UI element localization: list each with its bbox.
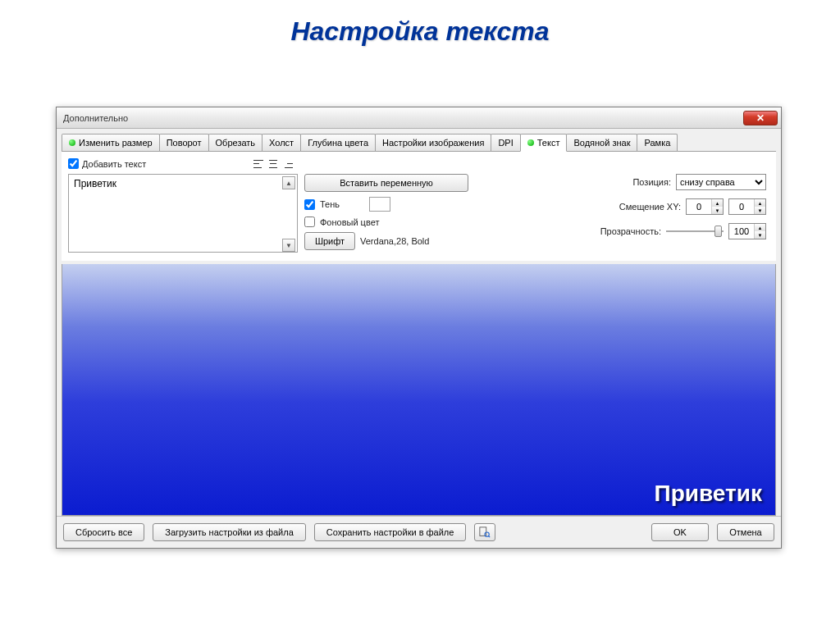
tab-label: Водяной знак: [573, 138, 630, 148]
tab-label: Глубина цвета: [308, 138, 368, 148]
spinner-down-icon[interactable]: ▼: [755, 207, 765, 214]
scroll-up-icon[interactable]: ▲: [282, 176, 295, 189]
font-button[interactable]: Шрифт: [304, 232, 355, 250]
tab-label: Настройки изображения: [382, 138, 484, 148]
font-info: Verdana,28, Bold: [360, 236, 429, 246]
slide-title: Настройка текста: [0, 0, 840, 71]
preview-text: Приветик: [655, 481, 762, 507]
align-left-icon[interactable]: [253, 159, 264, 169]
svg-line-2: [489, 536, 491, 537]
indicator-icon: [69, 139, 75, 146]
tab-label: Поворот: [167, 138, 202, 148]
align-center-icon[interactable]: [267, 159, 279, 169]
tab-image-settings[interactable]: Настройки изображения: [375, 134, 491, 151]
tab-text[interactable]: Текст: [520, 134, 568, 152]
tab-content: Добавить текст Приветик ▲ ▼ Вставить пер…: [62, 151, 776, 261]
offset-y-input[interactable]: [729, 199, 754, 214]
bgcolor-label: Фоновый цвет: [320, 217, 379, 227]
tab-dpi[interactable]: DPI: [491, 134, 520, 151]
tab-label: Холст: [269, 138, 294, 148]
tab-label: Рамка: [644, 138, 670, 148]
close-button[interactable]: ✕: [743, 111, 778, 125]
opacity-spinner[interactable]: ▲▼: [728, 223, 766, 239]
offset-y-spinner[interactable]: ▲▼: [728, 198, 766, 215]
insert-variable-button[interactable]: Вставить переменную: [304, 174, 468, 192]
tab-label: DPI: [498, 138, 513, 148]
spinner-up-icon[interactable]: ▲: [755, 199, 765, 207]
add-text-label: Добавить текст: [82, 159, 146, 169]
save-settings-button[interactable]: Сохранить настройки в файле: [314, 523, 467, 541]
tab-resize[interactable]: Изменить размер: [62, 134, 160, 151]
bgcolor-checkbox[interactable]: [304, 217, 315, 227]
preview-area: Приветик: [62, 264, 776, 516]
spinner-down-icon[interactable]: ▼: [712, 207, 723, 214]
text-input[interactable]: Приветик: [68, 174, 298, 253]
position-select[interactable]: снизу справа: [676, 174, 766, 190]
shadow-color-swatch[interactable]: [369, 197, 390, 212]
scroll-down-icon[interactable]: ▼: [282, 239, 295, 252]
window-title: Дополнительно: [63, 113, 743, 123]
slider-thumb-icon[interactable]: [714, 226, 722, 237]
tab-canvas[interactable]: Холст: [262, 134, 301, 151]
load-settings-button[interactable]: Загрузить настройки из файла: [153, 523, 306, 541]
magnifier-page-icon: [479, 526, 491, 538]
shadow-label: Тень: [320, 199, 340, 209]
offset-label: Смещение XY:: [619, 202, 681, 212]
add-text-checkbox[interactable]: [68, 158, 79, 169]
offset-x-input[interactable]: [687, 199, 711, 214]
opacity-slider[interactable]: [666, 224, 724, 239]
textarea-scrollbar: ▲ ▼: [282, 176, 295, 252]
tab-rotate[interactable]: Поворот: [159, 134, 209, 151]
indicator-icon: [527, 139, 534, 146]
position-label: Позиция:: [632, 177, 671, 187]
tab-label: Изменить размер: [79, 138, 153, 148]
tab-label: Обрезать: [216, 138, 256, 148]
tab-frame[interactable]: Рамка: [637, 134, 678, 151]
cancel-button[interactable]: Отмена: [717, 523, 774, 541]
opacity-label: Прозрачность:: [600, 226, 661, 236]
spinner-down-icon[interactable]: ▼: [755, 231, 765, 239]
opacity-input[interactable]: [729, 224, 754, 239]
tab-crop[interactable]: Обрезать: [208, 134, 263, 151]
bottom-bar: Сбросить все Загрузить настройки из файл…: [57, 516, 781, 548]
shadow-checkbox[interactable]: [304, 199, 315, 210]
close-icon: ✕: [756, 112, 765, 124]
ok-button[interactable]: OK: [651, 523, 709, 541]
tab-label: Текст: [537, 138, 560, 148]
align-right-icon[interactable]: [282, 159, 294, 169]
reset-button[interactable]: Сбросить все: [63, 523, 144, 541]
offset-x-spinner[interactable]: ▲▼: [686, 198, 724, 215]
spinner-up-icon[interactable]: ▲: [755, 224, 765, 231]
tab-watermark[interactable]: Водяной знак: [566, 134, 637, 151]
titlebar: Дополнительно ✕: [57, 107, 781, 129]
tab-colordepth[interactable]: Глубина цвета: [300, 134, 376, 151]
spinner-up-icon[interactable]: ▲: [712, 199, 723, 207]
dialog-window: Дополнительно ✕ Изменить размер Поворот …: [56, 107, 782, 549]
tab-strip: Изменить размер Поворот Обрезать Холст Г…: [57, 129, 781, 151]
preview-icon-button[interactable]: [474, 523, 495, 541]
